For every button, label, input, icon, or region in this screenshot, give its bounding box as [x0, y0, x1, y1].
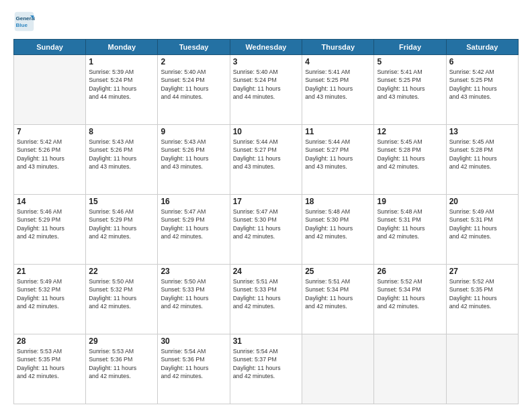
- calendar-cell: 20Sunrise: 5:49 AMSunset: 5:31 PMDayligh…: [446, 195, 518, 265]
- day-number: 14: [17, 197, 83, 206]
- calendar-cell: 19Sunrise: 5:48 AMSunset: 5:31 PMDayligh…: [374, 195, 446, 265]
- calendar-cell: [446, 334, 518, 404]
- day-number: 19: [377, 197, 443, 206]
- day-number: 21: [17, 267, 83, 276]
- day-info: Sunrise: 5:49 AMSunset: 5:31 PMDaylight:…: [449, 208, 515, 240]
- day-number: 12: [377, 127, 443, 136]
- day-number: 4: [305, 57, 371, 66]
- day-number: 10: [233, 127, 299, 136]
- day-info: Sunrise: 5:39 AMSunset: 5:24 PMDaylight:…: [89, 68, 154, 101]
- day-number: 15: [89, 197, 154, 206]
- calendar-cell: 8Sunrise: 5:43 AMSunset: 5:26 PMDaylight…: [86, 125, 158, 195]
- day-info: Sunrise: 5:48 AMSunset: 5:30 PMDaylight:…: [305, 208, 371, 240]
- day-number: 22: [89, 267, 154, 276]
- day-info: Sunrise: 5:52 AMSunset: 5:34 PMDaylight:…: [377, 277, 443, 310]
- calendar-cell: 4Sunrise: 5:41 AMSunset: 5:25 PMDaylight…: [302, 55, 374, 125]
- day-info: Sunrise: 5:41 AMSunset: 5:25 PMDaylight:…: [377, 68, 443, 101]
- calendar-cell: 15Sunrise: 5:46 AMSunset: 5:29 PMDayligh…: [86, 195, 158, 265]
- calendar-cell: 7Sunrise: 5:42 AMSunset: 5:26 PMDaylight…: [14, 125, 86, 195]
- day-info: Sunrise: 5:53 AMSunset: 5:35 PMDaylight:…: [17, 347, 83, 380]
- calendar-cell: 14Sunrise: 5:46 AMSunset: 5:29 PMDayligh…: [14, 195, 86, 265]
- day-number: 30: [161, 336, 226, 346]
- day-info: Sunrise: 5:43 AMSunset: 5:26 PMDaylight:…: [161, 138, 226, 171]
- day-number: 11: [305, 127, 371, 136]
- calendar-cell: 9Sunrise: 5:43 AMSunset: 5:26 PMDaylight…: [158, 125, 230, 195]
- day-info: Sunrise: 5:44 AMSunset: 5:27 PMDaylight:…: [233, 138, 299, 171]
- day-info: Sunrise: 5:46 AMSunset: 5:29 PMDaylight:…: [89, 208, 154, 240]
- day-number: 16: [161, 197, 226, 206]
- day-info: Sunrise: 5:42 AMSunset: 5:25 PMDaylight:…: [449, 68, 515, 101]
- calendar-cell: 25Sunrise: 5:51 AMSunset: 5:34 PMDayligh…: [302, 265, 374, 334]
- calendar-cell: 22Sunrise: 5:50 AMSunset: 5:32 PMDayligh…: [86, 265, 158, 334]
- day-info: Sunrise: 5:50 AMSunset: 5:32 PMDaylight:…: [89, 277, 154, 310]
- day-info: Sunrise: 5:47 AMSunset: 5:29 PMDaylight:…: [161, 208, 226, 240]
- day-number: 6: [449, 57, 515, 66]
- day-info: Sunrise: 5:40 AMSunset: 5:24 PMDaylight:…: [161, 68, 226, 101]
- day-number: 8: [89, 127, 154, 136]
- day-number: 25: [305, 267, 371, 276]
- day-info: Sunrise: 5:54 AMSunset: 5:37 PMDaylight:…: [233, 347, 299, 380]
- day-number: 7: [17, 127, 83, 136]
- day-number: 26: [377, 267, 443, 276]
- col-header-tuesday: Tuesday: [158, 40, 230, 55]
- calendar-cell: [14, 55, 86, 125]
- calendar-cell: 26Sunrise: 5:52 AMSunset: 5:34 PMDayligh…: [374, 265, 446, 334]
- calendar-cell: 5Sunrise: 5:41 AMSunset: 5:25 PMDaylight…: [374, 55, 446, 125]
- day-number: 29: [89, 336, 154, 346]
- page: General Blue SundayMondayTuesdayWednesda…: [0, 0, 532, 411]
- calendar-cell: 24Sunrise: 5:51 AMSunset: 5:33 PMDayligh…: [230, 265, 302, 334]
- day-number: 9: [161, 127, 226, 136]
- day-info: Sunrise: 5:51 AMSunset: 5:33 PMDaylight:…: [233, 277, 299, 310]
- calendar-cell: 1Sunrise: 5:39 AMSunset: 5:24 PMDaylight…: [86, 55, 158, 125]
- calendar-cell: [302, 334, 374, 404]
- calendar-cell: 12Sunrise: 5:45 AMSunset: 5:28 PMDayligh…: [374, 125, 446, 195]
- day-info: Sunrise: 5:46 AMSunset: 5:29 PMDaylight:…: [17, 208, 83, 240]
- day-info: Sunrise: 5:50 AMSunset: 5:33 PMDaylight:…: [161, 277, 226, 310]
- calendar-cell: [374, 334, 446, 404]
- col-header-friday: Friday: [374, 40, 446, 55]
- day-info: Sunrise: 5:42 AMSunset: 5:26 PMDaylight:…: [17, 138, 83, 171]
- calendar-cell: 18Sunrise: 5:48 AMSunset: 5:30 PMDayligh…: [302, 195, 374, 265]
- day-info: Sunrise: 5:44 AMSunset: 5:27 PMDaylight:…: [305, 138, 371, 171]
- day-info: Sunrise: 5:40 AMSunset: 5:24 PMDaylight:…: [233, 68, 299, 101]
- calendar-cell: 10Sunrise: 5:44 AMSunset: 5:27 PMDayligh…: [230, 125, 302, 195]
- calendar-cell: 13Sunrise: 5:45 AMSunset: 5:28 PMDayligh…: [446, 125, 518, 195]
- day-number: 17: [233, 197, 299, 206]
- calendar-cell: 21Sunrise: 5:49 AMSunset: 5:32 PMDayligh…: [14, 265, 86, 334]
- day-number: 27: [449, 267, 515, 276]
- calendar-cell: 30Sunrise: 5:54 AMSunset: 5:36 PMDayligh…: [158, 334, 230, 404]
- day-info: Sunrise: 5:52 AMSunset: 5:35 PMDaylight:…: [449, 277, 515, 310]
- day-number: 13: [449, 127, 515, 136]
- day-info: Sunrise: 5:48 AMSunset: 5:31 PMDaylight:…: [377, 208, 443, 240]
- week-row-3: 14Sunrise: 5:46 AMSunset: 5:29 PMDayligh…: [14, 195, 519, 265]
- day-info: Sunrise: 5:43 AMSunset: 5:26 PMDaylight:…: [89, 138, 154, 171]
- calendar-cell: 27Sunrise: 5:52 AMSunset: 5:35 PMDayligh…: [446, 265, 518, 334]
- week-row-1: 1Sunrise: 5:39 AMSunset: 5:24 PMDaylight…: [14, 55, 519, 125]
- day-number: 1: [89, 57, 154, 66]
- calendar-cell: 2Sunrise: 5:40 AMSunset: 5:24 PMDaylight…: [158, 55, 230, 125]
- col-header-monday: Monday: [86, 40, 158, 55]
- header: General Blue: [13, 11, 519, 32]
- week-row-5: 28Sunrise: 5:53 AMSunset: 5:35 PMDayligh…: [14, 334, 519, 404]
- calendar-header-row: SundayMondayTuesdayWednesdayThursdayFrid…: [14, 40, 519, 55]
- day-info: Sunrise: 5:49 AMSunset: 5:32 PMDaylight:…: [17, 277, 83, 310]
- calendar-cell: 11Sunrise: 5:44 AMSunset: 5:27 PMDayligh…: [302, 125, 374, 195]
- col-header-wednesday: Wednesday: [230, 40, 302, 55]
- day-number: 31: [233, 336, 299, 346]
- calendar-cell: 16Sunrise: 5:47 AMSunset: 5:29 PMDayligh…: [158, 195, 230, 265]
- logo-svg: General Blue: [13, 11, 35, 32]
- calendar-cell: 31Sunrise: 5:54 AMSunset: 5:37 PMDayligh…: [230, 334, 302, 404]
- day-info: Sunrise: 5:41 AMSunset: 5:25 PMDaylight:…: [305, 68, 371, 101]
- week-row-2: 7Sunrise: 5:42 AMSunset: 5:26 PMDaylight…: [14, 125, 519, 195]
- calendar-table: SundayMondayTuesdayWednesdayThursdayFrid…: [13, 39, 519, 404]
- calendar-cell: 6Sunrise: 5:42 AMSunset: 5:25 PMDaylight…: [446, 55, 518, 125]
- calendar-cell: 23Sunrise: 5:50 AMSunset: 5:33 PMDayligh…: [158, 265, 230, 334]
- col-header-saturday: Saturday: [446, 40, 518, 55]
- day-number: 18: [305, 197, 371, 206]
- svg-text:Blue: Blue: [16, 22, 28, 28]
- calendar-cell: 17Sunrise: 5:47 AMSunset: 5:30 PMDayligh…: [230, 195, 302, 265]
- day-info: Sunrise: 5:45 AMSunset: 5:28 PMDaylight:…: [377, 138, 443, 171]
- day-info: Sunrise: 5:53 AMSunset: 5:36 PMDaylight:…: [89, 347, 154, 380]
- calendar-cell: 3Sunrise: 5:40 AMSunset: 5:24 PMDaylight…: [230, 55, 302, 125]
- logo: General Blue: [13, 11, 38, 32]
